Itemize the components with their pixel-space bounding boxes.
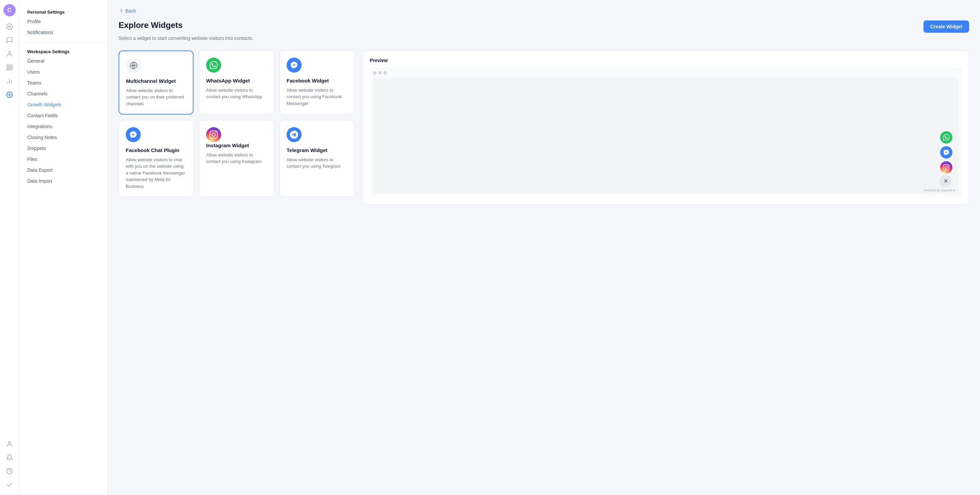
- instagram-desc: Allow website visitors to contact you us…: [206, 152, 267, 165]
- widget-card-instagram[interactable]: Instagram Widget Allow website visitors …: [199, 120, 274, 197]
- sidebar-item-files[interactable]: Files: [19, 154, 107, 165]
- preview-panel: Preview: [363, 51, 969, 205]
- svg-rect-4: [10, 65, 12, 67]
- instagram-icon: [206, 127, 221, 142]
- sidebar-item-users[interactable]: Users: [19, 67, 107, 77]
- browser-dot-3: [383, 71, 387, 75]
- widget-card-fbchat[interactable]: Facebook Chat Plugin Allow website visit…: [119, 120, 194, 197]
- personal-settings-title: Personal Settings: [19, 7, 107, 16]
- page-header: Explore Widgets Create Widget: [119, 21, 969, 33]
- preview-browser: ✕ Powered by respond.io: [370, 68, 962, 197]
- browser-dot-1: [373, 71, 377, 75]
- avatar[interactable]: C: [3, 4, 16, 16]
- help-icon[interactable]: [3, 465, 16, 477]
- reports-icon[interactable]: [3, 75, 16, 87]
- main-content: Back Explore Widgets Create Widget Selec…: [108, 0, 980, 495]
- widget-card-multichannel[interactable]: Multichannel Widget Allow website visito…: [119, 51, 194, 115]
- telegram-title: Telegram Widget: [286, 147, 347, 154]
- sidebar-item-integrations[interactable]: Integrations: [19, 121, 107, 132]
- sidebar-item-data-export[interactable]: Data Export: [19, 165, 107, 175]
- preview-instagram-icon[interactable]: [940, 161, 952, 173]
- whatsapp-title: WhatsApp Widget: [206, 77, 267, 84]
- inbox-icon[interactable]: [3, 34, 16, 46]
- sidebar-item-teams[interactable]: Teams: [19, 77, 107, 88]
- sidebar-item-growth-widgets[interactable]: Growth Widgets: [19, 99, 107, 110]
- preview-widget-icons: [940, 131, 952, 173]
- widget-card-telegram[interactable]: Telegram Widget Allow website visitors t…: [279, 120, 355, 197]
- settings-nav: Personal Settings Profile Notifications …: [19, 0, 108, 495]
- fbchat-desc: Allow website visitors to chat with you …: [126, 156, 186, 190]
- facebook-desc: Allow website visitors to contact you us…: [286, 87, 347, 107]
- widget-card-whatsapp[interactable]: WhatsApp Widget Allow website visitors t…: [199, 51, 274, 115]
- sidebar-item-closing-notes[interactable]: Closing Notes: [19, 132, 107, 143]
- preview-messenger-icon[interactable]: [940, 146, 952, 159]
- facebook-title: Facebook Widget: [286, 77, 347, 84]
- svg-point-2: [8, 51, 11, 54]
- svg-rect-6: [7, 68, 9, 70]
- sidebar-item-notifications[interactable]: Notifications: [19, 27, 107, 38]
- multichannel-title: Multichannel Widget: [126, 78, 186, 84]
- fbchat-title: Facebook Chat Plugin: [126, 147, 186, 154]
- back-link[interactable]: Back: [119, 8, 969, 14]
- sidebar-item-snippets[interactable]: Snippets: [19, 143, 107, 154]
- page-title: Explore Widgets: [119, 21, 183, 30]
- workspace-settings-title: Workspace Settings: [19, 46, 107, 56]
- whatsapp-icon: [206, 57, 221, 73]
- channels-icon[interactable]: [3, 61, 16, 74]
- widget-grid: Multichannel Widget Allow website visito…: [119, 51, 355, 197]
- back-chevron-icon: [119, 8, 124, 14]
- svg-point-1: [8, 26, 10, 28]
- whatsapp-desc: Allow website visitors to contact you us…: [206, 87, 267, 100]
- dashboard-icon[interactable]: [3, 21, 16, 33]
- sidebar-item-data-import[interactable]: Data Import: [19, 175, 107, 186]
- telegram-icon: [286, 127, 302, 142]
- back-label: Back: [126, 8, 136, 14]
- sidebar-item-profile[interactable]: Profile: [19, 16, 107, 27]
- nav-divider: [19, 42, 107, 42]
- svg-rect-3: [7, 65, 9, 67]
- browser-dots: [373, 71, 959, 75]
- create-widget-button[interactable]: Create Widget: [923, 21, 969, 33]
- check-icon[interactable]: [3, 479, 16, 491]
- icon-rail: C: [0, 0, 19, 495]
- svg-point-11: [8, 441, 11, 444]
- facebook-chat-icon: [126, 127, 141, 142]
- preview-whatsapp-icon[interactable]: [940, 131, 952, 143]
- multichannel-desc: Allow website visitors to contact you on…: [126, 87, 186, 107]
- page-subtitle: Select a widget to start converting webs…: [119, 35, 969, 41]
- user-profile-icon[interactable]: [3, 438, 16, 450]
- facebook-messenger-icon: [286, 57, 302, 73]
- preview-label: Preview: [370, 57, 962, 63]
- multichannel-icon: [126, 58, 141, 73]
- contacts-icon[interactable]: [3, 48, 16, 60]
- instagram-title: Instagram Widget: [206, 142, 267, 149]
- widget-card-facebook[interactable]: Facebook Widget Allow website visitors t…: [279, 51, 355, 115]
- sidebar-item-general[interactable]: General: [19, 56, 107, 67]
- notifications-bell-icon[interactable]: [3, 451, 16, 464]
- svg-rect-5: [10, 68, 12, 70]
- telegram-desc: Allow website visitors to contact you us…: [286, 156, 347, 170]
- preview-powered-by: Powered by respond.io: [924, 188, 955, 192]
- sidebar-item-channels[interactable]: Channels: [19, 88, 107, 99]
- browser-body: ✕ Powered by respond.io: [373, 78, 959, 194]
- content-area: Multichannel Widget Allow website visito…: [119, 51, 969, 205]
- preview-close-button[interactable]: ✕: [939, 175, 952, 187]
- settings-icon[interactable]: [3, 89, 16, 101]
- browser-dot-2: [378, 71, 382, 75]
- svg-point-0: [6, 24, 12, 30]
- svg-point-10: [8, 94, 10, 96]
- sidebar-item-contact-fields[interactable]: Contact Fields: [19, 110, 107, 121]
